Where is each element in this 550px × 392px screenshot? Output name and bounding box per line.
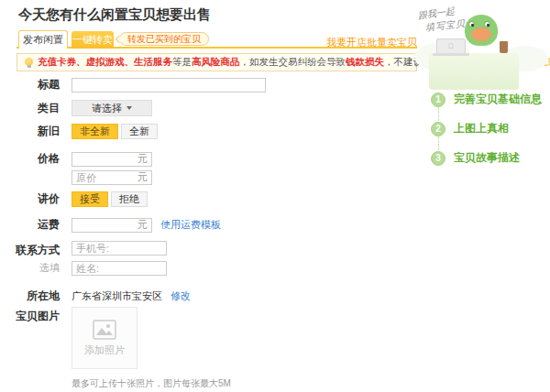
category-dropdown[interactable]: 请选择: [72, 100, 152, 116]
tab-publish-idle[interactable]: 发布闲置: [18, 30, 68, 49]
price-label: 价格: [0, 151, 60, 167]
row-condition: 新旧 非全新 全新: [0, 124, 160, 139]
open-store-link[interactable]: 我要开店批量卖宝贝: [326, 36, 417, 49]
photos-label: 宝贝图片: [0, 309, 60, 324]
publish-idle-item-page: 今天您有什么闲置宝贝想要出售 发布闲置 一键转卖 转发已买到的宝贝 我要开店批量…: [0, 0, 550, 392]
row-title: 标题: [0, 77, 266, 93]
category-label: 类目: [0, 101, 60, 116]
step-connector: [438, 107, 542, 121]
row-bargain: 讲价 接受 拒绝: [0, 191, 150, 207]
page-title: 今天您有什么闲置宝贝想要出售: [18, 6, 211, 24]
add-photo-label: 添加照片: [84, 343, 125, 357]
name-input[interactable]: [72, 261, 167, 276]
laptop-base: [433, 53, 469, 56]
tab-one-click-resell[interactable]: 一键转卖: [72, 31, 114, 49]
price-unit: 元: [138, 152, 148, 166]
contact-optional-label: 选填: [0, 261, 60, 275]
cup-icon: [500, 41, 508, 53]
mascot-eye: [468, 21, 475, 27]
row-category: 类目 请选择: [0, 100, 152, 116]
publish-steps: 1 完善宝贝基础信息 2 上图上真相 3 宝贝故事描述: [431, 92, 542, 166]
title-label: 标题: [0, 77, 60, 93]
step-item-1: 1 完善宝贝基础信息: [431, 92, 542, 107]
warning-text: 等是: [172, 56, 192, 69]
row-contact: 联系方式 选填: [0, 241, 167, 276]
photo-icon: [93, 320, 116, 340]
phone-input[interactable]: [72, 241, 167, 256]
shipping-label: 运费: [0, 217, 60, 233]
desk-shape: [429, 53, 519, 90]
location-label: 所在地: [0, 289, 60, 304]
category-value: 请选择: [92, 102, 122, 115]
shipping-unit: 元: [138, 218, 148, 232]
step-label: 上图上真相: [454, 121, 509, 136]
bargain-label: 讲价: [0, 191, 60, 207]
warning-high-risk: 高风险商品: [192, 56, 240, 69]
step-number: 3: [431, 151, 446, 166]
row-shipping: 运费 元 使用运费模板: [0, 216, 221, 233]
location-value: 广东省深圳市宝安区: [72, 289, 162, 303]
badge-label: 转发已买到的宝贝: [127, 33, 201, 46]
row-price: 价格 元: [0, 150, 152, 167]
step-item-2: 2 上图上真相: [431, 121, 542, 136]
mascot-face: [471, 27, 491, 41]
badge-arrow-icon: [116, 36, 123, 43]
mascot-illustration: 跟我一起 填写宝贝信息 : [412, 0, 550, 92]
add-photo-button[interactable]: 添加照片: [72, 307, 138, 369]
contact-label: 联系方式: [0, 243, 60, 258]
title-input[interactable]: [72, 78, 266, 93]
chevron-down-icon: [126, 106, 132, 110]
photo-upload-hint: 最多可上传十张照片，图片每张最大5M: [72, 377, 231, 390]
step-number: 2: [431, 122, 446, 136]
row-location: 所在地 广东省深圳市宝安区 修改: [0, 289, 191, 304]
warning-text: ，如发生交易纠纷会导致: [240, 56, 346, 69]
shipping-template-link[interactable]: 使用运费模板: [160, 218, 221, 232]
step-item-3: 3 宝贝故事描述: [431, 150, 542, 166]
step-connector: [438, 136, 542, 150]
bargain-accept-button[interactable]: 接受: [72, 191, 108, 207]
row-original-price: 元: [0, 169, 152, 185]
step-label: 宝贝故事描述: [454, 150, 520, 166]
row-photos: 宝贝图片 添加照片: [0, 307, 138, 369]
step-number: 1: [431, 93, 446, 107]
condition-new-button[interactable]: 全新: [121, 124, 158, 139]
original-price-unit: 元: [138, 170, 148, 184]
step-label: 完善宝贝基础信息: [454, 92, 542, 107]
bargain-refuse-button[interactable]: 拒绝: [111, 191, 148, 207]
resell-tooltip-badge[interactable]: 转发已买到的宝贝: [119, 32, 209, 46]
location-edit-link[interactable]: 修改: [170, 289, 191, 303]
warning-money-loss: 钱款损失: [346, 56, 384, 69]
condition-label: 新旧: [0, 124, 60, 139]
warning-risk-items: 充值卡券、虚拟游戏、生活服务: [38, 56, 172, 69]
condition-not-new-button[interactable]: 非全新: [72, 124, 118, 139]
risk-warning-bar: 充值卡券、虚拟游戏、生活服务 等是 高风险商品 ，如发生交易纠纷会导致 钱款损失…: [16, 53, 417, 71]
laptop-icon: : [436, 38, 466, 54]
bulb-icon: [25, 58, 33, 66]
mascot-eye: [484, 21, 490, 27]
